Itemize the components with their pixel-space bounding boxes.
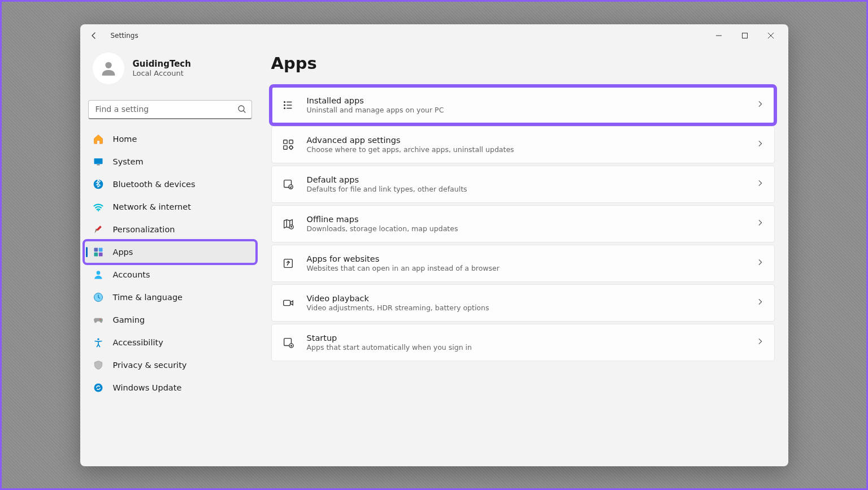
svg-point-19 bbox=[101, 320, 102, 321]
svg-point-26 bbox=[284, 107, 285, 109]
profile-account: Local Account bbox=[133, 69, 191, 77]
card-title: Video playback bbox=[307, 294, 744, 303]
page-title: Apps bbox=[271, 54, 775, 73]
nav: Home System Bluetooth & devices Network … bbox=[85, 128, 255, 398]
sidebar-item-time[interactable]: Time & language bbox=[85, 287, 255, 308]
startup-icon bbox=[282, 336, 294, 349]
sidebar-item-label: Windows Update bbox=[113, 383, 182, 392]
search-input[interactable] bbox=[88, 100, 252, 119]
minimize-button[interactable] bbox=[706, 27, 732, 45]
svg-line-6 bbox=[244, 111, 245, 112]
card-desc: Video adjustments, HDR streaming, batter… bbox=[307, 303, 744, 312]
main: Apps Installed apps Uninstall and manage… bbox=[260, 47, 788, 466]
sidebar-item-update[interactable]: Windows Update bbox=[85, 377, 255, 398]
titlebar: Settings bbox=[80, 24, 788, 47]
profile-text: GuidingTech Local Account bbox=[133, 59, 191, 77]
svg-point-4 bbox=[105, 62, 111, 68]
sidebar-item-privacy[interactable]: Privacy & security bbox=[85, 354, 255, 376]
svg-rect-36 bbox=[283, 300, 290, 305]
card-startup[interactable]: Startup Apps that start automatically wh… bbox=[271, 324, 775, 361]
card-default[interactable]: Default apps Defaults for file and link … bbox=[271, 166, 775, 203]
sidebar-item-system[interactable]: System bbox=[85, 151, 255, 172]
accounts-icon bbox=[93, 269, 104, 280]
offline-icon bbox=[282, 218, 294, 230]
card-title: Apps for websites bbox=[307, 254, 744, 263]
card-desc: Uninstall and manage apps on your PC bbox=[307, 106, 744, 114]
sidebar-item-home[interactable]: Home bbox=[85, 128, 255, 150]
sidebar-item-accounts[interactable]: Accounts bbox=[85, 264, 255, 285]
sidebar-item-label: Accounts bbox=[113, 270, 150, 279]
close-button[interactable] bbox=[758, 27, 784, 45]
video-icon bbox=[282, 297, 294, 309]
search-wrap bbox=[88, 100, 252, 119]
svg-rect-7 bbox=[94, 158, 102, 164]
settings-window: Settings GuidingTech Local Account bbox=[80, 24, 788, 466]
svg-rect-1 bbox=[742, 33, 747, 38]
svg-rect-12 bbox=[98, 248, 102, 251]
card-installed[interactable]: Installed apps Uninstall and manage apps… bbox=[271, 86, 775, 124]
svg-point-9 bbox=[93, 179, 103, 189]
back-button[interactable] bbox=[88, 30, 99, 41]
svg-point-10 bbox=[97, 210, 99, 211]
card-video[interactable]: Video playback Video adjustments, HDR st… bbox=[271, 284, 775, 322]
sidebar-item-accessibility[interactable]: Accessibility bbox=[85, 332, 255, 353]
sidebar-item-bluetooth[interactable]: Bluetooth & devices bbox=[85, 174, 255, 195]
card-title: Default apps bbox=[307, 175, 744, 184]
chevron-right-icon bbox=[756, 297, 764, 308]
sidebar-item-label: Network & internet bbox=[113, 202, 191, 211]
sidebar-item-network[interactable]: Network & internet bbox=[85, 196, 255, 218]
home-icon bbox=[93, 133, 104, 145]
svg-point-15 bbox=[96, 271, 100, 275]
card-text: Installed apps Uninstall and manage apps… bbox=[307, 96, 744, 114]
update-icon bbox=[93, 382, 104, 393]
chevron-right-icon bbox=[756, 99, 764, 110]
card-offline[interactable]: Offline maps Downloads, storage location… bbox=[271, 205, 775, 242]
chevron-right-icon bbox=[756, 139, 764, 150]
svg-point-18 bbox=[99, 319, 101, 320]
sidebar-item-label: Apps bbox=[113, 248, 133, 257]
time-icon bbox=[93, 292, 104, 303]
svg-point-22 bbox=[284, 101, 285, 102]
card-title: Startup bbox=[307, 333, 744, 342]
card-title: Advanced app settings bbox=[307, 136, 744, 145]
titlebar-left: Settings bbox=[88, 30, 138, 41]
avatar bbox=[93, 53, 124, 84]
svg-rect-28 bbox=[283, 140, 287, 143]
profile[interactable]: GuidingTech Local Account bbox=[85, 47, 255, 96]
websites-icon bbox=[282, 257, 294, 270]
maximize-button[interactable] bbox=[732, 27, 758, 45]
card-websites[interactable]: Apps for websites Websites that can open… bbox=[271, 245, 775, 282]
card-title: Offline maps bbox=[307, 215, 744, 224]
svg-point-5 bbox=[238, 106, 244, 111]
card-text: Apps for websites Websites that can open… bbox=[307, 254, 744, 272]
sidebar-item-label: Home bbox=[113, 135, 137, 144]
default-icon bbox=[282, 178, 294, 190]
card-advanced[interactable]: Advanced app settings Choose where to ge… bbox=[271, 126, 775, 163]
privacy-icon bbox=[93, 359, 104, 371]
svg-rect-11 bbox=[94, 248, 98, 251]
chevron-right-icon bbox=[756, 179, 764, 189]
card-text: Startup Apps that start automatically wh… bbox=[307, 333, 744, 352]
sidebar-item-personalization[interactable]: Personalization bbox=[85, 219, 255, 240]
installed-icon bbox=[282, 99, 294, 111]
network-icon bbox=[93, 201, 104, 213]
sidebar-item-label: Gaming bbox=[113, 315, 145, 324]
svg-point-21 bbox=[94, 383, 102, 392]
advanced-icon bbox=[282, 138, 294, 151]
sidebar-item-gaming[interactable]: Gaming bbox=[85, 309, 255, 331]
sidebar-item-label: Personalization bbox=[113, 225, 175, 234]
sidebar-item-apps[interactable]: Apps bbox=[85, 241, 255, 263]
svg-point-24 bbox=[284, 105, 285, 106]
sidebar-item-label: Bluetooth & devices bbox=[113, 180, 196, 189]
chevron-right-icon bbox=[756, 218, 764, 229]
chevron-right-icon bbox=[756, 337, 764, 348]
card-text: Default apps Defaults for file and link … bbox=[307, 175, 744, 193]
svg-rect-29 bbox=[289, 140, 292, 143]
svg-rect-8 bbox=[97, 164, 99, 165]
card-desc: Choose where to get apps, archive apps, … bbox=[307, 145, 744, 154]
svg-rect-13 bbox=[94, 252, 98, 256]
profile-name: GuidingTech bbox=[133, 59, 191, 69]
svg-rect-14 bbox=[98, 252, 102, 256]
accessibility-icon bbox=[93, 337, 104, 348]
card-desc: Defaults for file and link types, other … bbox=[307, 185, 744, 193]
